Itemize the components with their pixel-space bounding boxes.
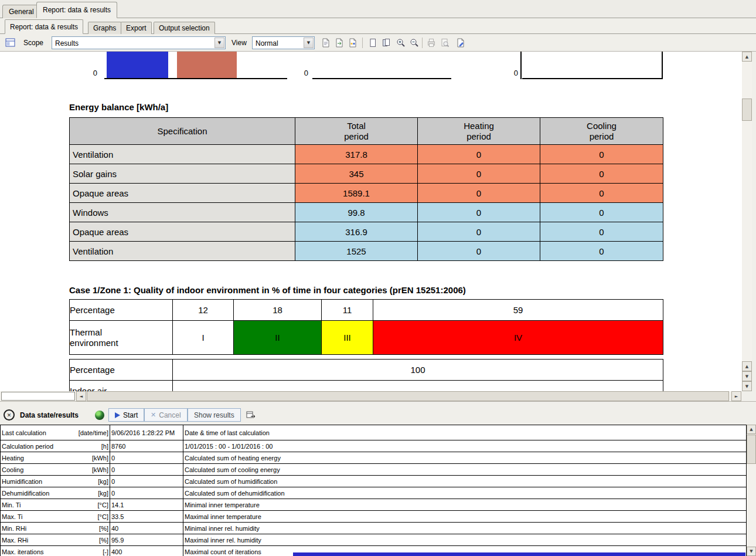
state-unit: [°C] — [98, 501, 108, 508]
energy-balance-table: Specification Totalperiod Heatingperiod … — [69, 117, 663, 261]
zoom-in-icon[interactable] — [395, 37, 407, 49]
header-line-2: period — [590, 131, 614, 141]
state-row: Min. Ti[°C] 14.1 Minimal inner temperatu… — [1, 499, 747, 511]
state-name-cell: Min. Ti[°C] — [1, 499, 110, 511]
copy-report-icon[interactable] — [320, 37, 332, 49]
thermal-environment-row: Thermalenvironment I II III IV — [70, 321, 663, 355]
category-cell-3: III — [322, 321, 373, 355]
total-cell: 345 — [295, 164, 418, 184]
state-indicator-icon — [95, 411, 104, 420]
scope-dropdown-button[interactable]: ▼ — [214, 38, 224, 48]
heating-cell: 0 — [418, 184, 540, 203]
report-horizontal-scrollbar[interactable]: ◄ ► — [0, 391, 742, 401]
state-value-cell: 9/06/2016 1:28:22 PM — [110, 425, 183, 440]
quality-categories-table: Percentage 12 18 11 59 Thermalenvironmen… — [69, 299, 663, 355]
category-cell-1: I — [173, 321, 234, 355]
scope-combobox[interactable]: Results ▼ — [52, 36, 226, 49]
state-name-cell: Dehumidification[kg] — [1, 487, 110, 499]
report-layout-icon[interactable] — [5, 37, 16, 49]
zoom-out-icon[interactable] — [408, 37, 420, 49]
panel-title: Data state/results — [20, 406, 79, 425]
view-combobox[interactable]: Normal ▼ — [252, 36, 315, 49]
report-toolbar: Scope Results ▼ View Normal ▼ — [0, 34, 756, 52]
play-icon — [115, 412, 120, 418]
state-unit: [h] — [101, 443, 108, 450]
state-name: Max. iterations — [2, 548, 44, 555]
chart-axis-line — [520, 52, 522, 79]
print-preview-icon[interactable] — [439, 37, 451, 49]
page-single-icon[interactable] — [367, 37, 379, 49]
tab-output-selection[interactable]: Output selection — [154, 22, 215, 34]
start-button[interactable]: Start — [108, 408, 144, 422]
view-label: View — [231, 39, 247, 47]
energy-header-row: Specification Totalperiod Heatingperiod … — [70, 118, 663, 145]
vertical-scroll-thumb[interactable] — [747, 435, 756, 464]
state-row: Max. RHi[%] 95.9 Maximal inner rel. humi… — [1, 534, 747, 546]
show-in-table-icon[interactable] — [244, 409, 259, 421]
report-settings-icon[interactable] — [347, 37, 359, 49]
scroll-left-button[interactable]: ◄ — [76, 391, 86, 401]
vertical-scroll-thumb[interactable] — [742, 99, 752, 121]
chart-axis-line — [522, 78, 663, 79]
state-unit: [kg] — [98, 490, 108, 497]
percentage-cell: 12 — [173, 300, 234, 321]
header-line-1: Cooling — [587, 121, 617, 131]
scroll-up-button[interactable]: ▲ — [742, 52, 752, 62]
print-icon[interactable] — [425, 37, 437, 49]
tab-report[interactable]: Report: data & results — [5, 19, 83, 34]
horizontal-scroll-thumb[interactable] — [87, 391, 729, 401]
state-name: Dehumidification — [2, 490, 49, 497]
row-label: Percentage — [70, 300, 173, 321]
data-state-table: Last calculation[date/time] 9/06/2016 1:… — [0, 425, 747, 556]
energy-row: Solar gains 345 0 0 — [70, 164, 663, 184]
panel-splitter[interactable] — [0, 401, 756, 406]
close-panel-button[interactable]: ✕ — [4, 409, 15, 421]
scroll-down-button[interactable]: ▼ — [747, 547, 756, 556]
page-up-button[interactable]: ▲ — [742, 361, 752, 371]
view-value: Normal — [256, 39, 278, 48]
state-desc-cell: Calculated sum of humidification — [183, 476, 747, 487]
state-name-cell: Calculation period[h] — [1, 440, 110, 452]
page-down-button[interactable]: ▼ — [742, 371, 752, 381]
tab-export[interactable]: Export — [121, 22, 152, 34]
spec-cell: Solar gains — [70, 164, 295, 184]
heating-cell: 0 — [418, 164, 540, 184]
scroll-down-button[interactable]: ▼ — [742, 381, 752, 391]
page-double-icon[interactable] — [380, 37, 392, 49]
state-name: Last calculation — [2, 429, 46, 436]
axis-zero-label: 0 — [506, 69, 518, 77]
quality-percentage-table: Percentage 100 — [69, 359, 663, 381]
state-value-cell: 0 — [110, 464, 183, 476]
scroll-up-button[interactable]: ▲ — [747, 425, 756, 434]
axis-zero-label: 0 — [297, 69, 308, 77]
state-unit: [kg] — [98, 478, 108, 485]
cancel-button[interactable]: ✕ Cancel — [144, 408, 188, 422]
tab-report-data-results[interactable]: Report: data & results — [36, 2, 117, 18]
scope-value: Results — [55, 39, 79, 48]
scope-label: Scope — [23, 39, 43, 47]
percentage-cell: 11 — [322, 300, 373, 321]
state-row: Max. Ti[°C] 33.5 Maximal inner temperatu… — [1, 511, 747, 523]
heating-cell: 0 — [418, 242, 540, 261]
arrow-up-icon: ▲ — [750, 427, 752, 432]
cooling-cell: 0 — [540, 184, 663, 203]
state-name-cell: Humidification[kg] — [1, 476, 110, 487]
state-name-cell: Max. iterations[-] — [1, 546, 110, 556]
axis-zero-label: 0 — [86, 69, 97, 77]
percentage-cell: 59 — [373, 300, 663, 321]
tab-general[interactable]: General — [2, 5, 40, 18]
view-dropdown-button[interactable]: ▼ — [304, 38, 314, 48]
total-cell: 317.8 — [295, 145, 418, 164]
state-value-cell: 0 — [110, 452, 183, 464]
label-line-1: Thermal — [70, 327, 102, 337]
scroll-right-button[interactable]: ► — [731, 391, 741, 401]
pane-box — [1, 392, 75, 401]
edit-report-icon[interactable] — [455, 37, 466, 49]
chevron-down-icon: ▼ — [218, 40, 221, 45]
panel-vertical-scrollbar[interactable]: ▲ ▼ — [747, 425, 756, 556]
tab-graphs[interactable]: Graphs — [88, 22, 121, 34]
export-report-icon[interactable] — [333, 37, 345, 49]
show-results-button[interactable]: Show results — [188, 408, 241, 422]
report-vertical-scrollbar[interactable]: ▲ ▲ ▼ ▼ — [742, 52, 752, 391]
chevron-down-icon: ▼ — [307, 40, 310, 45]
